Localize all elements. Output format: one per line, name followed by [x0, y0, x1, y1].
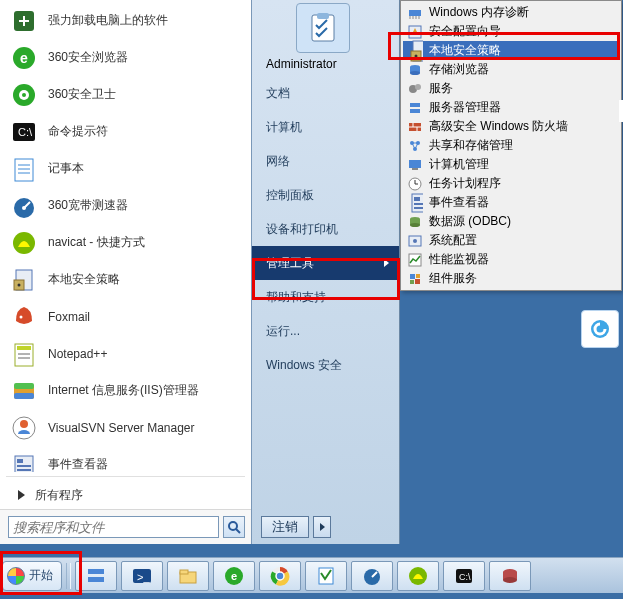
- svg-rect-76: [415, 279, 420, 284]
- all-programs-button[interactable]: 所有程序: [0, 481, 251, 509]
- app-item-npp[interactable]: Notepad++: [4, 335, 251, 372]
- search-input[interactable]: [8, 516, 219, 538]
- submenu-label: 事件查看器: [429, 194, 489, 211]
- taskbar-item-powershell[interactable]: >_: [121, 561, 163, 591]
- speed-icon: [8, 190, 40, 222]
- explorer-icon: [177, 565, 199, 587]
- right-item-0[interactable]: 文档: [252, 76, 399, 110]
- policy-icon: [8, 264, 40, 296]
- app-label: 360安全浏览器: [48, 49, 128, 66]
- taskbar-item-speed[interactable]: [351, 561, 393, 591]
- right-item-5[interactable]: 管理工具: [252, 246, 399, 280]
- submenu-label: 安全配置向导: [429, 23, 501, 40]
- taskbar-item-browser360[interactable]: e: [213, 561, 255, 591]
- app-item-event[interactable]: 事件查看器: [4, 446, 251, 472]
- submenu-label: 存储浏览器: [429, 61, 489, 78]
- search-button[interactable]: [223, 516, 245, 538]
- app-item-shield[interactable]: 360安全卫士: [4, 76, 251, 113]
- svg-rect-24: [14, 393, 34, 399]
- odbc-icon: [407, 214, 423, 230]
- start-menu-right: Administrator 文档计算机网络控制面板设备和打印机管理工具帮助和支持…: [252, 0, 400, 544]
- submenu-item-event[interactable]: 事件查看器: [403, 193, 619, 212]
- app-item-iis[interactable]: Internet 信息服务(IIS)管理器: [4, 372, 251, 409]
- submenu-item-policy[interactable]: 本地安全策略: [403, 41, 619, 60]
- submenu-item-computer[interactable]: 计算机管理: [403, 155, 619, 174]
- svg-rect-35: [409, 10, 421, 16]
- submenu-item-storage[interactable]: 存储浏览器: [403, 60, 619, 79]
- desktop-shortcut-icon[interactable]: [581, 310, 619, 348]
- submenu-label: 计算机管理: [429, 156, 489, 173]
- svg-text:e: e: [231, 570, 237, 582]
- taskbar-item-explorer[interactable]: [167, 561, 209, 591]
- foxmail-icon: [8, 301, 40, 333]
- app-label: Notepad++: [48, 347, 107, 361]
- svg-rect-49: [410, 103, 420, 107]
- logoff-more-button[interactable]: [313, 516, 331, 538]
- event-icon: [8, 449, 40, 473]
- app-label: 360宽带测速器: [48, 197, 128, 214]
- right-item-3[interactable]: 控制面板: [252, 178, 399, 212]
- submenu-item-perf[interactable]: 性能监视器: [403, 250, 619, 269]
- gears-icon: [407, 81, 423, 97]
- right-item-label: 控制面板: [266, 188, 314, 202]
- submenu-item-gears[interactable]: 服务: [403, 79, 619, 98]
- app-item-notepad[interactable]: 记事本: [4, 150, 251, 187]
- app-item-browser[interactable]: e360安全浏览器: [4, 39, 251, 76]
- powershell-icon: >_: [131, 565, 153, 587]
- event-icon: [407, 195, 423, 211]
- right-item-7[interactable]: 运行...: [252, 314, 399, 348]
- app-item-navicat[interactable]: navicat - 快捷方式: [4, 224, 251, 261]
- search-icon: [227, 520, 241, 534]
- app-item-cmd[interactable]: C:\命令提示符: [4, 113, 251, 150]
- right-item-label: 网络: [266, 154, 290, 168]
- svg-rect-83: [180, 570, 188, 574]
- app-item-policy[interactable]: 本地安全策略: [4, 261, 251, 298]
- app-item-uninstall[interactable]: 强力卸载电脑上的软件: [4, 2, 251, 39]
- app-item-speed[interactable]: 360宽带测速器: [4, 187, 251, 224]
- uninstall-icon: [8, 5, 40, 37]
- taskbar-item-server[interactable]: [75, 561, 117, 591]
- all-programs-label: 所有程序: [35, 487, 83, 504]
- right-item-8[interactable]: Windows 安全: [252, 348, 399, 382]
- submenu-item-odbc[interactable]: 数据源 (ODBC): [403, 212, 619, 231]
- svg-rect-8: [15, 159, 33, 181]
- user-avatar[interactable]: [296, 3, 350, 53]
- navicat-icon: [8, 227, 40, 259]
- submenu-item-firewall[interactable]: 高级安全 Windows 防火墙: [403, 117, 619, 136]
- app-icon: [588, 317, 612, 341]
- iis-icon: [8, 375, 40, 407]
- svg-point-97: [503, 577, 517, 583]
- svg-rect-79: [88, 577, 104, 582]
- submenu-item-component[interactable]: 组件服务: [403, 269, 619, 288]
- desktop-area: [400, 300, 623, 556]
- speed-icon: [361, 565, 383, 587]
- app-label: Internet 信息服务(IIS)管理器: [48, 382, 199, 399]
- submenu-item-share[interactable]: 共享和存储管理: [403, 136, 619, 155]
- taskbar-item-navicat[interactable]: [397, 561, 439, 591]
- app-label: 记事本: [48, 160, 84, 177]
- storage-icon: [407, 62, 423, 78]
- taskbar-item-cmd[interactable]: C:\: [443, 561, 485, 591]
- taskbar-item-notepad[interactable]: [305, 561, 347, 591]
- app-item-svn[interactable]: VisualSVN Server Manager: [4, 409, 251, 446]
- svg-rect-29: [17, 465, 31, 467]
- submenu-item-server[interactable]: 服务器管理器: [403, 98, 619, 117]
- right-item-6[interactable]: 帮助和支持: [252, 280, 399, 314]
- logoff-button[interactable]: 注销: [261, 516, 309, 538]
- account-name[interactable]: Administrator: [252, 52, 399, 76]
- submenu-item-wizard[interactable]: 安全配置向导: [403, 22, 619, 41]
- right-item-4[interactable]: 设备和打印机: [252, 212, 399, 246]
- app-item-foxmail[interactable]: Foxmail: [4, 298, 251, 335]
- start-button[interactable]: 开始: [2, 561, 62, 591]
- taskbar-item-sql[interactable]: [489, 561, 531, 591]
- submenu-item-sysconfig[interactable]: 系统配置: [403, 231, 619, 250]
- submenu-item-memory[interactable]: Windows 内存诊断: [403, 3, 619, 22]
- right-item-1[interactable]: 计算机: [252, 110, 399, 144]
- submenu-item-task[interactable]: 任务计划程序: [403, 174, 619, 193]
- submenu-label: 服务: [429, 80, 453, 97]
- right-item-label: 计算机: [266, 120, 302, 134]
- notepad-icon: [8, 153, 40, 185]
- right-item-2[interactable]: 网络: [252, 144, 399, 178]
- right-item-label: 管理工具: [266, 256, 314, 270]
- taskbar-item-chrome[interactable]: [259, 561, 301, 591]
